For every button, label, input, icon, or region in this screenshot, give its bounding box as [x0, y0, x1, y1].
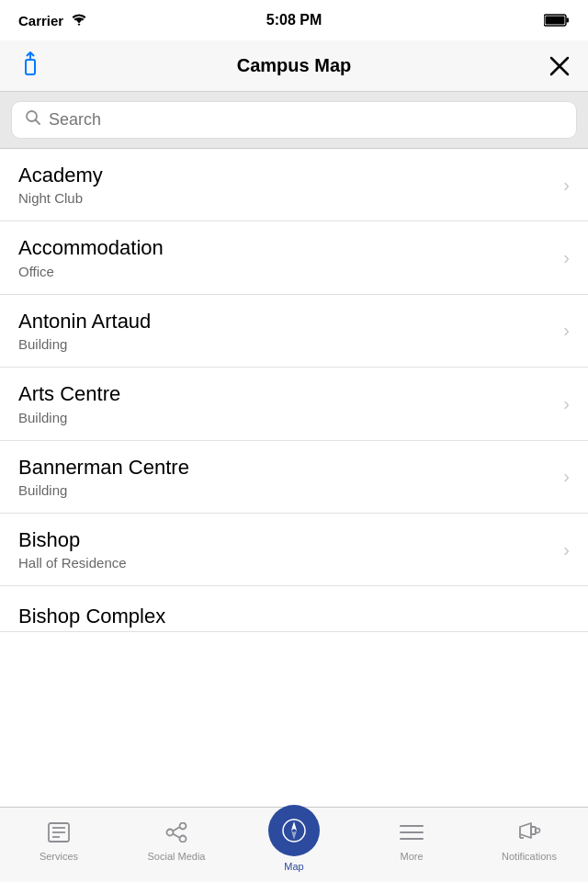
list-item-title: Accommodation — [18, 236, 554, 260]
list-item-subtitle: Building — [18, 336, 554, 352]
search-icon — [25, 109, 41, 130]
tab-bar: Services Social Media Map — [0, 807, 588, 882]
chevron-right-icon: › — [563, 175, 570, 196]
list-item-title: Bannerman Centre — [18, 456, 554, 480]
services-label: Services — [40, 851, 78, 862]
page-title: Campus Map — [237, 55, 351, 76]
list-item-partial[interactable]: Bishop Complex — [0, 586, 588, 632]
list-item-title: Bishop Complex — [18, 605, 570, 628]
chevron-right-icon: › — [563, 393, 570, 414]
compass-icon — [280, 817, 308, 844]
list-container: Academy Night Club › Accommodation Offic… — [0, 149, 588, 812]
chevron-right-icon: › — [563, 247, 570, 268]
chevron-right-icon: › — [563, 466, 570, 487]
nav-left — [15, 47, 46, 85]
services-icon — [45, 819, 73, 846]
carrier-label: Carrier — [18, 13, 63, 28]
svg-marker-20 — [291, 831, 297, 840]
share-icon — [18, 51, 42, 82]
list-item-content: Bishop Complex — [18, 605, 570, 628]
list-item[interactable]: Academy Night Club › — [0, 149, 588, 221]
nav-right — [546, 52, 573, 80]
svg-rect-1 — [567, 18, 570, 23]
svg-marker-24 — [520, 823, 531, 838]
svg-point-13 — [180, 823, 187, 830]
status-bar-left: Carrier — [18, 13, 87, 28]
social-media-icon — [163, 819, 190, 846]
list-item[interactable]: Arts Centre Building › — [0, 368, 588, 440]
list-item[interactable]: Antonin Artaud Building › — [0, 295, 588, 368]
tab-item-services[interactable]: Services — [0, 817, 118, 862]
list-item[interactable]: Accommodation Office › — [0, 221, 588, 294]
list-item-content: Bishop Hall of Residence — [18, 528, 554, 571]
list-item-title: Academy — [18, 164, 554, 187]
tab-item-notifications[interactable]: Notifications — [470, 817, 588, 862]
svg-point-28 — [536, 829, 540, 833]
svg-marker-19 — [291, 821, 297, 831]
list-item-title: Bishop — [18, 528, 554, 552]
list-item-content: Arts Centre Building — [18, 382, 554, 424]
list-item-title: Arts Centre — [18, 382, 554, 406]
tab-item-social-media[interactable]: Social Media — [118, 817, 235, 862]
more-label: More — [400, 851, 423, 862]
list-item-subtitle: Building — [18, 482, 554, 498]
svg-point-15 — [167, 830, 174, 836]
list-item[interactable]: Bishop Hall of Residence › — [0, 514, 588, 586]
notifications-label: Notifications — [502, 851, 557, 862]
svg-line-17 — [173, 827, 180, 831]
svg-rect-3 — [26, 60, 35, 74]
status-bar: Carrier 5:08 PM — [0, 0, 588, 40]
chevron-right-icon: › — [563, 539, 570, 560]
status-bar-right — [544, 14, 570, 27]
list-item-content: Academy Night Club — [18, 164, 554, 206]
notifications-icon — [515, 819, 543, 846]
list-item-content: Bannerman Centre Building — [18, 456, 554, 498]
tab-item-map[interactable]: Map — [235, 817, 353, 872]
wifi-icon — [71, 14, 87, 27]
share-button[interactable] — [15, 47, 46, 85]
social-media-label: Social Media — [148, 851, 206, 862]
close-icon — [549, 56, 570, 76]
list-item-content: Accommodation Office — [18, 236, 554, 278]
map-label: Map — [284, 861, 303, 872]
list-item-content: Antonin Artaud Building — [18, 310, 554, 352]
map-circle — [268, 805, 320, 856]
svg-rect-2 — [546, 17, 565, 25]
battery-icon — [544, 14, 570, 27]
more-icon — [398, 819, 425, 846]
search-container — [0, 92, 588, 149]
list-item-subtitle: Building — [18, 410, 554, 425]
chevron-right-icon: › — [563, 320, 570, 341]
close-button[interactable] — [546, 52, 573, 80]
list-item-subtitle: Office — [18, 264, 554, 279]
svg-point-14 — [180, 836, 187, 842]
svg-line-8 — [36, 120, 40, 125]
tab-item-more[interactable]: More — [353, 817, 470, 862]
list-item[interactable]: Bannerman Centre Building › — [0, 441, 588, 514]
search-wrapper[interactable] — [11, 101, 577, 139]
status-bar-time: 5:08 PM — [266, 12, 322, 28]
search-input[interactable] — [49, 110, 563, 130]
list-item-title: Antonin Artaud — [18, 310, 554, 334]
nav-bar: Campus Map — [0, 40, 588, 92]
list-item-subtitle: Hall of Residence — [18, 555, 554, 571]
svg-line-16 — [173, 834, 180, 839]
list-item-subtitle: Night Club — [18, 190, 554, 206]
